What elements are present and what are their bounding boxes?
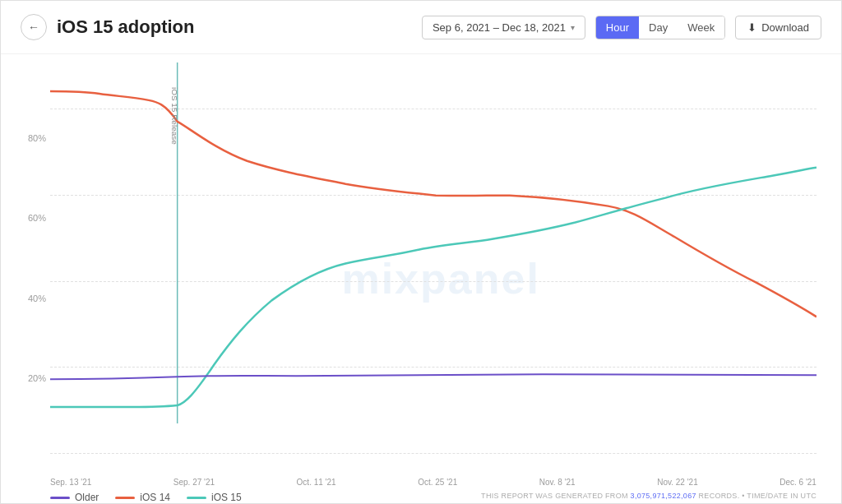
legend-ios14-label: iOS 14	[140, 492, 170, 503]
y-label-80: 80%	[9, 133, 46, 143]
page-title: iOS 15 adoption	[57, 16, 412, 38]
back-button[interactable]: ←	[21, 14, 47, 40]
legend-ios15: iOS 15	[187, 492, 242, 503]
x-label-3: Oct. 25 '21	[418, 478, 457, 487]
footer-prefix: THIS REPORT WAS GENERATED FROM	[481, 492, 628, 500]
legend-ios14-line	[115, 497, 135, 499]
grid-line-0	[50, 453, 817, 454]
svg-text:iOS 15 Release: iOS 15 Release	[170, 87, 179, 145]
week-button[interactable]: Week	[678, 16, 724, 39]
date-range-label: Sep 6, 2021 – Dec 18, 2021	[433, 21, 566, 34]
x-label-0: Sep. 13 '21	[50, 478, 91, 487]
back-icon: ←	[28, 21, 39, 34]
legend-ios15-line	[187, 497, 206, 499]
download-button[interactable]: ⬇ Download	[735, 16, 821, 39]
records-link[interactable]: 3,075,971,522,067	[631, 492, 696, 500]
legend-older-line	[50, 497, 70, 499]
legend-older-label: Older	[75, 492, 99, 503]
chevron-down-icon: ▾	[571, 23, 575, 32]
y-label-60: 60%	[9, 213, 46, 223]
x-label-1: Sep. 27 '21	[173, 478, 215, 487]
x-label-6: Dec. 6 '21	[780, 478, 817, 487]
time-toggle-group: Hour Day Week	[595, 16, 725, 39]
x-label-4: Nov. 8 '21	[539, 478, 576, 487]
x-axis: Sep. 13 '21 Sep. 27 '21 Oct. 11 '21 Oct.…	[50, 478, 817, 487]
hour-button[interactable]: Hour	[596, 16, 639, 39]
y-label-40: 40%	[9, 294, 46, 303]
line-chart: iOS 15 Release	[50, 62, 817, 423]
legend-ios15-label: iOS 15	[211, 492, 242, 503]
day-button[interactable]: Day	[639, 16, 678, 39]
chart-area: mixpanel 20% 40% 60% 80%	[1, 54, 841, 503]
legend-older: Older	[50, 492, 99, 503]
y-label-20: 20%	[9, 373, 46, 383]
date-range-button[interactable]: Sep 6, 2021 – Dec 18, 2021 ▾	[422, 16, 585, 39]
download-icon: ⬇	[747, 21, 756, 34]
legend-ios14: iOS 14	[115, 492, 170, 503]
x-label-5: Nov. 22 '21	[657, 478, 698, 487]
footer-note: THIS REPORT WAS GENERATED FROM 3,075,971…	[481, 492, 817, 500]
y-axis: 20% 40% 60% 80%	[9, 62, 46, 454]
legend: Older iOS 14 iOS 15	[50, 492, 242, 503]
x-label-2: Oct. 11 '21	[297, 478, 336, 487]
footer-suffix: RECORDS. • TIME/DATE IN UTC	[699, 492, 817, 500]
